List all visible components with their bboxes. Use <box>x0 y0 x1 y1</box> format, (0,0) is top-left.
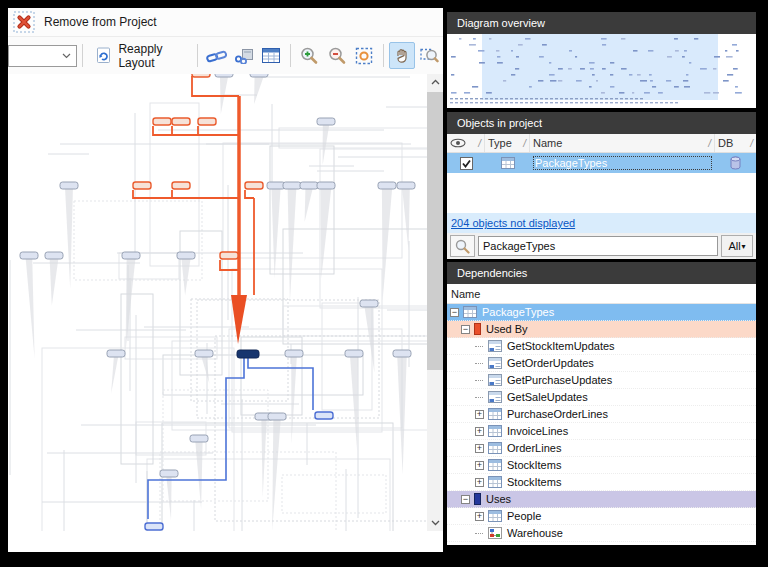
vertical-scroll-thumb[interactable] <box>427 92 443 370</box>
expander-minus-icon[interactable]: − <box>461 495 470 504</box>
tree-item-label: Uses <box>486 493 511 505</box>
tree-item-people[interactable]: +People <box>447 508 756 525</box>
scroll-up-arrow[interactable] <box>427 74 443 90</box>
tree-item-label: Used By <box>486 323 528 335</box>
hand-pan-icon <box>394 47 410 64</box>
dependencies-name-column-header[interactable]: Name <box>447 284 756 304</box>
table-icon <box>488 510 502 522</box>
expander-plus-icon[interactable]: + <box>475 512 484 521</box>
tree-item-purchaseorderlines[interactable]: +PurchaseOrderLines <box>447 406 756 423</box>
link-edges-button[interactable] <box>204 42 229 69</box>
table-icon <box>501 157 515 169</box>
db-column-header[interactable]: DB/ <box>715 134 756 152</box>
objects-not-displayed-link[interactable]: 204 objects not displayed <box>451 217 575 229</box>
toolbar-separator <box>197 44 198 67</box>
scroll-down-arrow[interactable] <box>427 515 443 531</box>
expander-plus-icon[interactable]: + <box>475 478 484 487</box>
tree-item-label: Warehouse <box>507 527 563 539</box>
zoom-in-button[interactable] <box>297 42 322 69</box>
objects-table-header: / Type/ Name/ DB/ <box>447 134 756 153</box>
chevron-down-icon: ▾ <box>742 242 746 251</box>
visibility-checkbox[interactable] <box>460 157 473 170</box>
table-icon <box>488 408 502 420</box>
type-column-header[interactable]: Type/ <box>485 134 530 152</box>
objects-table: / Type/ Name/ DB/ PackageTypes <box>447 134 756 213</box>
zoom-selection-button[interactable] <box>417 42 442 69</box>
tree-connector <box>475 397 483 398</box>
tree-item-packagetypes[interactable]: −PackageTypes <box>447 304 756 321</box>
tree-item-getorderupdates[interactable]: GetOrderUpdates <box>447 355 756 372</box>
layout-combobox[interactable] <box>8 45 77 67</box>
function-icon <box>488 357 502 369</box>
pan-tool-button[interactable] <box>389 42 414 69</box>
remove-from-project-icon[interactable] <box>13 11 35 33</box>
tree-connector <box>475 363 483 364</box>
name-column-header[interactable]: Name/ <box>530 134 715 152</box>
diagram-toolbar: Reapply Layout <box>8 36 443 75</box>
expander-plus-icon[interactable]: + <box>475 444 484 453</box>
eye-icon <box>450 138 466 148</box>
tree-item-label: GetSaleUpdates <box>507 391 588 403</box>
tree-connector <box>475 380 483 381</box>
zoom-out-button[interactable] <box>324 42 349 69</box>
tree-item-label: PurchaseOrderLines <box>507 408 608 420</box>
fit-to-window-icon <box>355 47 373 65</box>
reapply-layout-icon <box>95 47 112 64</box>
expander-plus-icon[interactable]: + <box>475 410 484 419</box>
zoom-out-icon <box>328 47 346 65</box>
tree-item-getstockitemupdates[interactable]: GetStockItemUpdates <box>447 338 756 355</box>
tree-item-used-by[interactable]: −Used By <box>447 321 756 338</box>
tree-item-stockitems[interactable]: +StockItems <box>447 457 756 474</box>
table-view-button[interactable] <box>258 42 283 69</box>
tree-item-invoicelines[interactable]: +InvoiceLines <box>447 423 756 440</box>
dependencies-header: Dependencies <box>447 262 756 284</box>
search-input[interactable] <box>478 236 718 256</box>
toolbar-separator <box>383 44 384 67</box>
diagram-overview-header: Diagram overview <box>447 12 756 34</box>
filter-all-button[interactable]: All▾ <box>721 235 753 257</box>
tree-connector <box>475 346 483 347</box>
tree-item-getsaleupdates[interactable]: GetSaleUpdates <box>447 389 756 406</box>
usedby-block-icon <box>474 323 481 335</box>
fit-to-window-button[interactable] <box>351 42 376 69</box>
tree-item-label: StockItems <box>507 459 561 471</box>
table-icon <box>488 425 502 437</box>
tree-item-orderlines[interactable]: +OrderLines <box>447 440 756 457</box>
tree-item-warehouse[interactable]: Warehouse <box>447 525 756 542</box>
expander-plus-icon[interactable]: + <box>475 427 484 436</box>
tree-item-getpurchaseupdates[interactable]: GetPurchaseUpdates <box>447 372 756 389</box>
zoom-selection-icon <box>420 47 439 64</box>
context-action-label[interactable]: Remove from Project <box>44 15 157 29</box>
reapply-layout-button[interactable]: Reapply Layout <box>87 42 192 70</box>
search-button[interactable] <box>450 235 475 257</box>
zoom-in-icon <box>300 47 318 65</box>
database-icon <box>729 156 742 170</box>
schema-icon <box>488 527 502 539</box>
chevron-down-icon <box>62 53 71 59</box>
function-icon <box>488 340 502 352</box>
object-row-packagetypes[interactable]: PackageTypes <box>447 153 756 173</box>
diagram-svg <box>8 74 427 531</box>
dependency-tree: −PackageTypes−Used ByGetStockItemUpdates… <box>447 304 756 545</box>
diagram-overview-minimap[interactable] <box>447 34 756 108</box>
object-name[interactable]: PackageTypes <box>532 155 713 171</box>
tree-item-label: OrderLines <box>507 442 561 454</box>
table-icon <box>463 306 477 318</box>
tree-item-label: PackageTypes <box>482 306 554 318</box>
expander-plus-icon[interactable]: + <box>475 461 484 470</box>
expander-minus-icon[interactable]: − <box>450 308 459 317</box>
tree-item-stockitems[interactable]: +StockItems <box>447 474 756 491</box>
objects-in-project-header: Objects in project <box>447 112 756 134</box>
visibility-column-header[interactable]: / <box>447 134 485 152</box>
toolbar-separator <box>290 44 291 67</box>
tree-item-label: GetOrderUpdates <box>507 357 594 369</box>
vertical-scrollbar[interactable] <box>427 74 443 531</box>
expander-minus-icon[interactable]: − <box>461 325 470 334</box>
link-icon <box>206 49 227 63</box>
tree-connector <box>475 533 483 534</box>
database-link-button[interactable] <box>231 42 256 69</box>
tree-item-uses[interactable]: −Uses <box>447 491 756 508</box>
database-link-icon <box>234 48 254 64</box>
side-panel: Diagram overview Objects in project / Ty… <box>447 0 756 567</box>
diagram-canvas[interactable] <box>8 74 443 531</box>
